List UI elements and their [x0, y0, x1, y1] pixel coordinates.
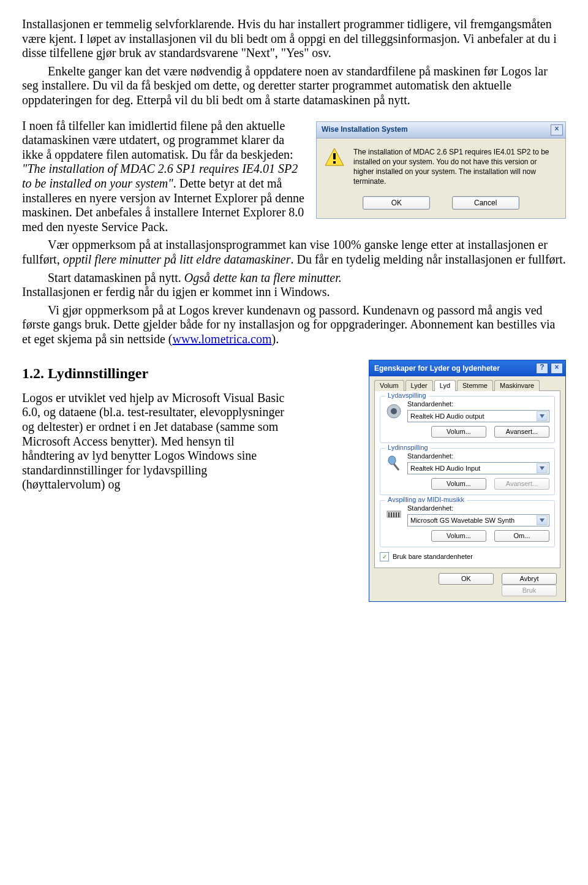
para-credentials-a: Vi gjør oppmerksom på at Logos krever ku…	[22, 303, 555, 346]
website-link[interactable]: www.lometrica.com	[172, 332, 271, 346]
midi-about-button[interactable]: Om...	[494, 530, 549, 542]
svg-rect-14	[398, 512, 399, 517]
svg-marker-8	[540, 466, 545, 470]
group-playback: Lydavspilling Standardenhet: Realtek HD …	[380, 396, 555, 443]
speaker-icon	[385, 403, 402, 420]
close-icon[interactable]: ×	[551, 363, 563, 374]
microphone-icon	[385, 455, 402, 472]
para-credentials-b: ).	[271, 332, 279, 346]
playback-label: Standardenhet:	[407, 400, 549, 408]
close-icon[interactable]: ×	[551, 124, 563, 135]
sound-properties-dialog: Egenskaper for Lyder og lydenheter ? × V…	[369, 360, 566, 602]
para-restart: Start datamaskinen på nytt. Også dette k…	[22, 271, 566, 286]
group-playback-title: Lydavspilling	[385, 392, 429, 400]
tab-stemme[interactable]: Stemme	[457, 380, 493, 391]
chevron-down-icon	[537, 463, 548, 473]
help-icon[interactable]: ?	[536, 363, 548, 374]
para-100pct-c: . Du får en tydelig melding når installa…	[290, 253, 565, 266]
wise-titlebar: Wise Installation System ×	[317, 122, 565, 139]
sound-ok-button[interactable]: OK	[439, 573, 494, 585]
para-100pct-i: opptil flere minutter på litt eldre data…	[63, 253, 291, 266]
svg-rect-10	[388, 512, 390, 517]
midi-volume-button[interactable]: Volum...	[431, 530, 486, 542]
chevron-down-icon	[537, 411, 548, 421]
warning-icon	[324, 147, 345, 187]
svg-rect-13	[396, 512, 397, 517]
midi-icon	[385, 507, 402, 524]
playback-device-combo[interactable]: Realtek HD Audio output	[407, 410, 549, 422]
svg-line-7	[394, 464, 399, 470]
tab-lyd[interactable]: Lyd	[434, 380, 456, 391]
use-default-row[interactable]: ✓ Bruk bare standardenheter	[380, 552, 555, 561]
svg-rect-1	[333, 153, 336, 159]
intro-paragraph: Installasjonen er temmelig selvforklaren…	[22, 17, 566, 61]
para-restart-a: Start datamaskinen på nytt.	[48, 271, 184, 284]
para-done: Installasjonen er ferdig når du igjen er…	[22, 285, 566, 300]
svg-point-6	[388, 456, 396, 465]
cancel-button[interactable]: Cancel	[452, 196, 519, 210]
recording-advanced-button: Avansert...	[494, 478, 549, 490]
sound-cancel-button[interactable]: Avbryt	[502, 573, 557, 585]
para-outdated-a: I noen få tilfeller kan imidlertid filen…	[22, 119, 293, 161]
recording-label: Standardenhet:	[407, 452, 549, 460]
sound-apply-button: Bruk	[502, 585, 557, 596]
wise-message: The installation of MDAC 2.6 SP1 require…	[353, 147, 558, 187]
checkbox-icon[interactable]: ✓	[380, 552, 389, 561]
use-default-label: Bruk bare standardenheter	[393, 553, 473, 561]
tabs: Volum Lyder Lyd Stemme Maskinvare	[374, 380, 560, 391]
recording-device-value: Realtek HD Audio Input	[410, 465, 480, 473]
svg-rect-12	[393, 512, 394, 517]
intro-text-a: Installasjonen er temmelig selvforklaren…	[22, 17, 557, 59]
group-midi-title: Avspilling av MIDI-musikk	[385, 496, 467, 504]
sound-titlebar: Egenskaper for Lyder og lydenheter ? ×	[369, 360, 565, 376]
midi-device-combo[interactable]: Microsoft GS Wavetable SW Synth	[407, 514, 549, 526]
group-midi: Avspilling av MIDI-musikk Standardenhet:…	[380, 500, 555, 547]
playback-volume-button[interactable]: Volum...	[431, 426, 486, 438]
tab-panel: Lydavspilling Standardenhet: Realtek HD …	[374, 390, 560, 568]
intro-paragraph-b: Enkelte ganger kan det være nødvendig å …	[22, 64, 566, 108]
tab-maskinvare[interactable]: Maskinvare	[494, 380, 540, 391]
para-audio: Logos er utviklet ved hjelp av Microsoft…	[22, 391, 285, 492]
midi-device-value: Microsoft GS Wavetable SW Synth	[410, 517, 514, 525]
tab-volum[interactable]: Volum	[374, 380, 404, 391]
para-credentials: Vi gjør oppmerksom på at Logos krever ku…	[22, 303, 566, 347]
chevron-down-icon	[537, 515, 548, 525]
tab-lyder[interactable]: Lyder	[405, 380, 433, 391]
recording-device-combo[interactable]: Realtek HD Audio Input	[407, 462, 549, 474]
recording-volume-button[interactable]: Volum...	[431, 478, 486, 490]
svg-point-4	[391, 408, 397, 414]
intro-text-b: Enkelte ganger kan det være nødvendig å …	[22, 64, 548, 107]
playback-device-value: Realtek HD Audio output	[410, 412, 484, 420]
para-100pct: Vær oppmerksom på at installasjonsprogra…	[22, 238, 566, 267]
sound-title-text: Egenskaper for Lyder og lydenheter	[374, 364, 533, 373]
svg-rect-11	[391, 512, 392, 517]
wise-dialog: Wise Installation System × The installat…	[316, 121, 566, 219]
svg-rect-2	[333, 161, 336, 164]
ok-button[interactable]: OK	[363, 196, 430, 210]
midi-label: Standardenhet:	[407, 504, 549, 512]
playback-advanced-button[interactable]: Avansert...	[494, 426, 549, 438]
wise-title-text: Wise Installation System	[322, 125, 547, 134]
group-recording-title: Lydinnspilling	[385, 444, 431, 452]
para-restart-i: Også dette kan ta flere minutter.	[184, 271, 342, 284]
svg-marker-5	[540, 414, 545, 418]
svg-marker-15	[540, 518, 545, 522]
group-recording: Lydinnspilling Standardenhet: Realtek HD…	[380, 448, 555, 495]
